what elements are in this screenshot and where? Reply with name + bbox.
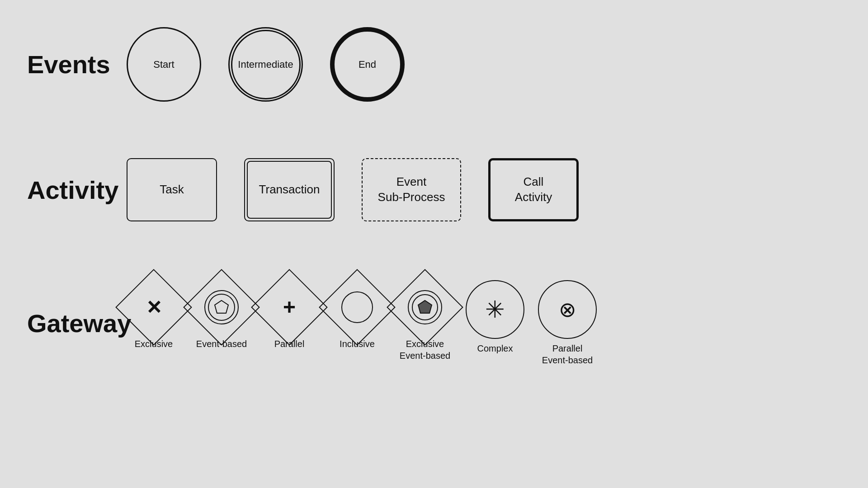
gateway-parallel-symbol: +: [283, 296, 296, 318]
activity-items: Task Transaction Event Sub-Process Call …: [127, 158, 579, 221]
gateway-parallel-event-based-symbol: ⊗: [559, 297, 576, 322]
events-section: Events Start Intermediate End: [0, 27, 868, 102]
event-intermediate: Intermediate: [228, 27, 303, 102]
event-end: End: [330, 27, 405, 102]
gateway-exclusive-symbol: ✕: [146, 296, 162, 319]
activity-task: Task: [127, 158, 217, 221]
gateway-parallel-event-based-label: Parallel Event-based: [542, 343, 593, 366]
inclusive-circle-icon: [341, 291, 373, 323]
event-intermediate-label: Intermediate: [238, 59, 293, 70]
gateway-label: Gateway: [0, 309, 127, 338]
event-start-label: Start: [153, 59, 174, 70]
gateway-exclusive: ✕: [115, 269, 192, 346]
gateway-parallel-wrapper: + Parallel: [262, 280, 316, 350]
activity-event-subprocess-label: Event Sub-Process: [378, 174, 445, 205]
events-label: Events: [0, 50, 127, 79]
activity-event-subprocess: Event Sub-Process: [362, 158, 461, 221]
gateway-parallel: +: [251, 269, 328, 346]
activity-transaction: Transaction: [244, 158, 335, 221]
activity-call: Call Activity: [488, 158, 579, 221]
svg-marker-1: [418, 300, 432, 313]
gateway-exclusive-wrapper: ✕ Exclusive: [127, 280, 181, 350]
gateway-parallel-event-based-wrapper: ⊗ Parallel Event-based: [538, 280, 597, 366]
gateway-exclusive-event-based: [387, 269, 463, 346]
pentagon-icon: [213, 299, 230, 315]
gateway-complex-symbol: ✳: [485, 298, 505, 321]
excl-eb-pentagon-icon: [417, 299, 433, 315]
gateway-complex: ✳: [466, 280, 524, 339]
gateway-section: Gateway ✕ Exclusive: [0, 280, 868, 366]
gateway-inclusive-wrapper: Inclusive: [330, 280, 384, 350]
gateway-event-based: [183, 269, 260, 346]
event-start: Start: [127, 27, 201, 102]
activity-label: Activity: [0, 175, 127, 205]
gateway-complex-wrapper: ✳ Complex: [466, 280, 524, 354]
event-end-label: End: [359, 59, 376, 70]
svg-marker-0: [215, 300, 228, 313]
gateway-exclusive-event-based-wrapper: Exclusive Event-based: [398, 280, 452, 361]
gateway-parallel-event-based: ⊗: [538, 280, 597, 339]
gateway-items: ✕ Exclusive Event-based: [127, 280, 597, 366]
activity-call-label: Call Activity: [515, 174, 552, 205]
gateway-complex-label: Complex: [477, 343, 513, 354]
activity-section: Activity Task Transaction Event Sub-Proc…: [0, 158, 868, 221]
activity-transaction-label: Transaction: [259, 182, 320, 197]
gateway-inclusive: [319, 269, 396, 346]
gateway-event-based-wrapper: Event-based: [194, 280, 249, 350]
events-items: Start Intermediate End: [127, 27, 405, 102]
activity-task-label: Task: [160, 182, 184, 197]
